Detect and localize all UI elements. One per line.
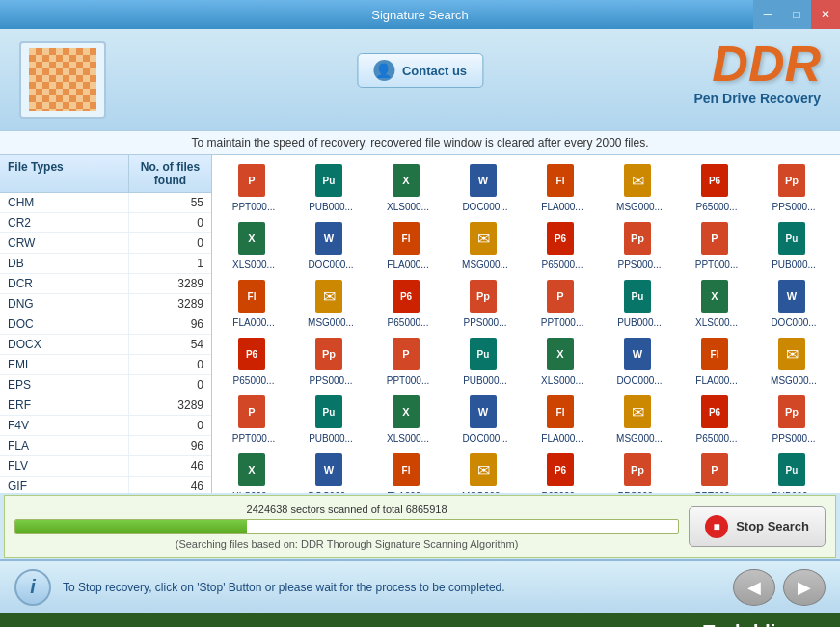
- list-item[interactable]: Pu PUB000...: [448, 334, 522, 390]
- list-item[interactable]: FLV46: [0, 456, 211, 477]
- list-item[interactable]: P PPT000...: [217, 160, 290, 216]
- list-item[interactable]: P PPT000...: [834, 392, 840, 448]
- nav-back-button[interactable]: ◀: [733, 569, 775, 606]
- list-item[interactable]: P6 P65000...: [680, 392, 753, 448]
- list-item[interactable]: P PPT000...: [217, 392, 290, 448]
- list-item[interactable]: W DOC000...: [448, 160, 522, 216]
- list-item[interactable]: F4V0: [0, 416, 211, 436]
- list-item[interactable]: P PPT000...: [834, 160, 840, 216]
- list-item[interactable]: Pp PPS000...: [603, 218, 676, 274]
- list-item[interactable]: W DOC000...: [603, 334, 676, 390]
- bottom-message: To Stop recovery, click on 'Stop' Button…: [63, 581, 721, 594]
- list-item[interactable]: ✉ MSG000...: [603, 392, 676, 448]
- list-item[interactable]: Pp PPS000...: [448, 276, 522, 332]
- doc-icon: W: [315, 453, 346, 488]
- list-item[interactable]: ✉ MSG000...: [448, 450, 522, 493]
- close-button[interactable]: ✕: [811, 0, 840, 29]
- list-item[interactable]: X XLS000...: [834, 218, 840, 274]
- list-item[interactable]: ✉ MSG000...: [448, 218, 522, 274]
- list-item[interactable]: GIF46: [0, 477, 211, 493]
- list-item[interactable]: Fl FLA000...: [526, 160, 599, 216]
- title-bar: Signature Search ─ □ ✕: [0, 0, 840, 29]
- list-item[interactable]: DCR3289: [0, 274, 211, 294]
- list-item[interactable]: X XLS000...: [526, 334, 599, 390]
- list-item[interactable]: DNG3289: [0, 294, 211, 314]
- list-item[interactable]: ✉ MSG000...: [294, 276, 367, 332]
- list-item[interactable]: W DOC000...: [757, 276, 830, 332]
- list-item[interactable]: Pu PUB000...: [757, 218, 830, 274]
- pdf-icon: P6: [238, 338, 269, 372]
- list-item[interactable]: CRW0: [0, 233, 211, 254]
- list-item[interactable]: X XLS000...: [834, 450, 840, 493]
- ppt-icon: P: [238, 164, 269, 199]
- list-item[interactable]: P6 P65000...: [217, 334, 290, 390]
- list-item[interactable]: X XLS000...: [217, 450, 290, 493]
- list-item[interactable]: P PPT000...: [680, 450, 753, 493]
- list-item[interactable]: FLA96: [0, 436, 211, 456]
- list-item[interactable]: ✉ MSG000...: [603, 160, 676, 216]
- msg-icon: ✉: [470, 222, 501, 257]
- list-item[interactable]: Fl FLA000...: [371, 218, 445, 274]
- file-name: MSG000...: [462, 259, 508, 270]
- list-item[interactable]: P6 P65000...: [526, 450, 599, 493]
- list-item[interactable]: Fl FLA000...: [217, 276, 290, 332]
- file-name: PPT000...: [232, 433, 275, 444]
- list-item[interactable]: X XLS000...: [680, 276, 753, 332]
- pdf-icon: P6: [547, 222, 578, 257]
- list-item[interactable]: Pp PPS000...: [294, 334, 367, 390]
- list-item[interactable]: CHM55: [0, 193, 211, 213]
- list-item[interactable]: P PPT000...: [526, 276, 599, 332]
- progress-algo: (Searching files based on: DDR Thorough …: [14, 538, 679, 550]
- list-item[interactable]: X XLS000...: [371, 392, 445, 448]
- list-item[interactable]: Pu PUB000...: [294, 392, 367, 448]
- list-item[interactable]: Fl FLA000...: [371, 450, 445, 493]
- list-item[interactable]: ✉ MSG000...: [757, 334, 830, 390]
- info-message: To maintain the speed of recovery, recov…: [191, 136, 648, 150]
- file-name: FLA000...: [541, 202, 583, 212]
- file-name: DOC000...: [462, 433, 507, 444]
- list-item[interactable]: X XLS000...: [217, 218, 290, 274]
- list-item[interactable]: Fl FLA000...: [834, 276, 840, 332]
- file-name: MSG000...: [616, 202, 663, 212]
- list-item[interactable]: P6 P65000...: [371, 276, 445, 332]
- right-panel[interactable]: P PPT000... Pu PUB000... X XLS000... W D…: [212, 155, 840, 493]
- file-name: PPT000...: [695, 491, 738, 493]
- file-name: MSG000...: [462, 491, 508, 493]
- list-item[interactable]: Pu PUB000...: [603, 276, 676, 332]
- list-item[interactable]: Pu PUB000...: [757, 450, 830, 493]
- list-item[interactable]: P6 P65000...: [834, 334, 840, 390]
- file-name: DOC000...: [308, 259, 353, 270]
- list-item[interactable]: Fl FLA000...: [680, 334, 753, 390]
- list-item[interactable]: Pu PUB000...: [294, 160, 367, 216]
- file-types-scroll[interactable]: CHM55CR20CRW0DB1DCR3289DNG3289DOC96DOCX5…: [0, 193, 211, 493]
- list-item[interactable]: Pp PPS000...: [603, 450, 676, 493]
- maximize-button[interactable]: □: [782, 0, 811, 29]
- list-item[interactable]: X XLS000...: [371, 160, 445, 216]
- list-item[interactable]: DB1: [0, 254, 211, 274]
- list-item[interactable]: P6 P65000...: [680, 160, 753, 216]
- list-item[interactable]: W DOC000...: [294, 450, 367, 493]
- list-item[interactable]: Pp PPS000...: [757, 392, 830, 448]
- list-item[interactable]: W DOC000...: [448, 392, 522, 448]
- list-item[interactable]: Pp PPS000...: [757, 160, 830, 216]
- list-item[interactable]: EML0: [0, 355, 211, 375]
- main-content: File Types No. of files found CHM55CR20C…: [0, 155, 840, 493]
- list-item[interactable]: W DOC000...: [294, 218, 367, 274]
- contact-button[interactable]: 👤 Contact us: [357, 53, 483, 88]
- pps-icon: Pp: [470, 280, 501, 314]
- list-item[interactable]: P PPT000...: [680, 218, 753, 274]
- list-item[interactable]: ERF3289: [0, 395, 211, 416]
- list-item[interactable]: P6 P65000...: [526, 218, 599, 274]
- list-item[interactable]: Fl FLA000...: [526, 392, 599, 448]
- list-item[interactable]: EPS0: [0, 375, 211, 395]
- nav-forward-button[interactable]: ▶: [783, 569, 826, 606]
- info-icon: i: [14, 569, 51, 606]
- list-item[interactable]: P PPT000...: [371, 334, 445, 390]
- list-item[interactable]: CR20: [0, 213, 211, 233]
- list-item[interactable]: DOC96: [0, 314, 211, 335]
- brand-area: DDR Pen Drive Recovery: [693, 39, 821, 106]
- stop-search-button[interactable]: ■ Stop Search: [689, 506, 826, 547]
- list-item[interactable]: DOCX54: [0, 335, 211, 355]
- minimize-button[interactable]: ─: [753, 0, 782, 29]
- brand-ddr: DDR: [693, 39, 821, 89]
